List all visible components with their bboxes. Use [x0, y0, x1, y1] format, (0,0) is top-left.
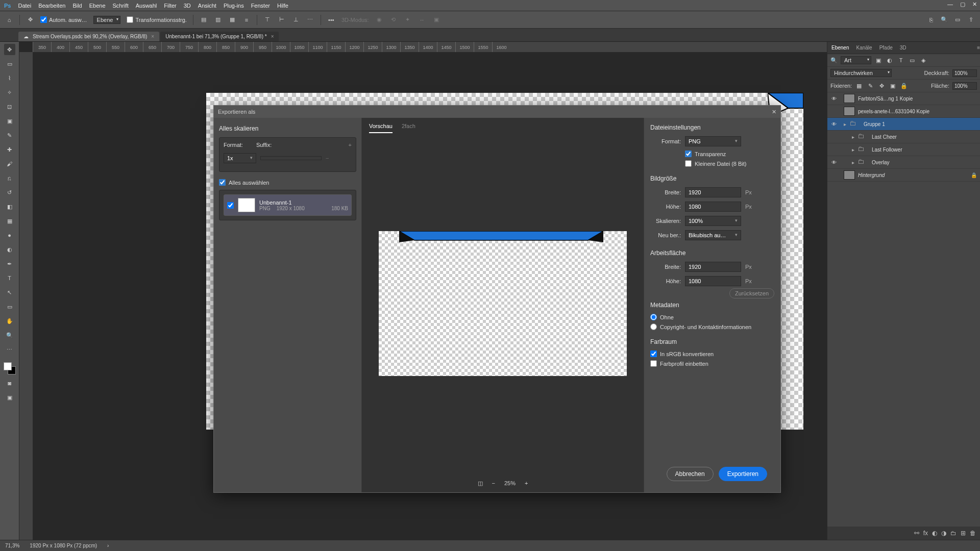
- hand-tool[interactable]: ✋: [4, 315, 15, 327]
- fill-input[interactable]: [952, 82, 977, 90]
- menu-item[interactable]: Hilfe: [277, 3, 288, 9]
- filter-type-icon[interactable]: T: [897, 56, 905, 64]
- gradient-tool[interactable]: ▦: [4, 215, 15, 227]
- eraser-tool[interactable]: ◧: [4, 201, 15, 212]
- frame-tool[interactable]: ▣: [4, 115, 15, 127]
- layer-row[interactable]: 👁▸🗀Overlay: [827, 156, 980, 169]
- crop-tool[interactable]: ⊡: [4, 101, 15, 112]
- history-brush-tool[interactable]: ↺: [4, 187, 15, 198]
- visibility-icon[interactable]: [830, 146, 838, 153]
- heal-tool[interactable]: ✚: [4, 144, 15, 155]
- add-row-icon[interactable]: +: [349, 142, 352, 148]
- layer-row[interactable]: Hintergrund🔒: [827, 169, 980, 182]
- move-tool[interactable]: ✥: [4, 44, 15, 55]
- chevron-right-icon[interactable]: ›: [107, 543, 109, 548]
- canvas-width-input[interactable]: 1920: [685, 262, 741, 272]
- visibility-icon[interactable]: 👁: [830, 95, 838, 102]
- layer-row[interactable]: pexels-anete-l…6331040 Kopie: [827, 105, 980, 118]
- align-bot-icon[interactable]: ⊥: [292, 16, 300, 24]
- asset-item[interactable]: Unbenannt-1 PNG 980 x 551 180 KB: [224, 194, 352, 216]
- opacity-input[interactable]: [952, 69, 977, 77]
- visibility-icon[interactable]: 👁: [830, 159, 838, 166]
- more-align-icon[interactable]: ⋯: [306, 16, 314, 24]
- align-left-icon[interactable]: ▤: [200, 16, 208, 24]
- filter-type-select[interactable]: Art: [841, 56, 871, 64]
- scale-select[interactable]: 100%: [685, 216, 741, 226]
- menu-item[interactable]: Datei: [18, 3, 31, 9]
- srgb-check[interactable]: [650, 350, 657, 357]
- menu-item[interactable]: Fenster: [251, 3, 270, 9]
- search-icon[interactable]: 🔍: [940, 16, 948, 24]
- zoom-out-icon[interactable]: −: [492, 480, 495, 486]
- new-layer-icon[interactable]: ⊞: [961, 530, 966, 537]
- filter-smart-icon[interactable]: ◈: [919, 56, 927, 64]
- lock-nest-icon[interactable]: ▣: [889, 82, 897, 90]
- 3d-icon[interactable]: ▣: [432, 16, 440, 24]
- lock-pixels-icon[interactable]: ▦: [855, 82, 863, 90]
- group-icon[interactable]: 🗀: [950, 530, 957, 537]
- menu-item[interactable]: Plug-ins: [224, 3, 244, 9]
- stamp-tool[interactable]: ⎌: [4, 172, 15, 184]
- 3d-icon[interactable]: ✦: [404, 16, 412, 24]
- layer-row[interactable]: ▸🗀Last Cheer: [827, 131, 980, 143]
- filter-adj-icon[interactable]: ◐: [886, 56, 894, 64]
- export-button[interactable]: Exportieren: [719, 467, 767, 481]
- workspace-icon[interactable]: ▭: [953, 16, 962, 24]
- close-tab-icon[interactable]: ×: [151, 34, 154, 39]
- wand-tool[interactable]: ✧: [4, 87, 15, 98]
- maximize-icon[interactable]: ▢: [960, 1, 965, 8]
- panel-tab-layers[interactable]: Ebenen: [831, 45, 849, 51]
- height-input[interactable]: 1080: [685, 202, 741, 212]
- visibility-icon[interactable]: [830, 108, 838, 115]
- brush-tool[interactable]: 🖌: [4, 158, 15, 169]
- chevron-right-icon[interactable]: ▸: [852, 160, 854, 165]
- preview-tab[interactable]: Vorschau: [369, 123, 393, 133]
- dodge-tool[interactable]: ◐: [4, 244, 15, 255]
- preview-area[interactable]: [367, 137, 639, 470]
- overflow-icon[interactable]: •••: [327, 16, 335, 24]
- 3d-icon[interactable]: ⟲: [389, 16, 398, 24]
- transform-check[interactable]: Transformationsstrg.: [127, 16, 186, 23]
- layer-row[interactable]: 👁Farbton/Sä…ng 1 Kopie: [827, 92, 980, 105]
- visibility-icon[interactable]: [830, 133, 838, 140]
- menu-item[interactable]: Auswahl: [136, 3, 157, 9]
- close-tab-icon[interactable]: ×: [271, 34, 274, 39]
- link-layers-icon[interactable]: ⚯: [914, 530, 919, 537]
- delete-icon[interactable]: 🗑: [970, 530, 976, 537]
- edit-toolbar[interactable]: ⋯: [4, 344, 15, 355]
- smaller-file-check[interactable]: [685, 160, 692, 167]
- align-right-icon[interactable]: ▦: [228, 16, 236, 24]
- zoom-level[interactable]: 71,3%: [5, 543, 19, 548]
- select-all-check[interactable]: [219, 179, 226, 186]
- visibility-icon[interactable]: [830, 171, 838, 179]
- shape-tool[interactable]: ▭: [4, 301, 15, 312]
- menu-item[interactable]: Filter: [164, 3, 176, 9]
- lock-icon[interactable]: 🔒: [971, 172, 977, 178]
- menu-item[interactable]: Bearbeiten: [38, 3, 65, 9]
- doc-info[interactable]: 1920 Px x 1080 Px (72 ppcm): [30, 543, 97, 548]
- align-top-icon[interactable]: ⊤: [263, 16, 272, 24]
- home-icon[interactable]: ⌂: [5, 16, 13, 24]
- distribute-icon[interactable]: ≡: [242, 16, 251, 24]
- size-select[interactable]: 1x: [224, 153, 256, 163]
- zoom-tool[interactable]: 🔍: [4, 330, 15, 341]
- lock-paint-icon[interactable]: ✎: [866, 82, 874, 90]
- pen-tool[interactable]: ✒: [4, 258, 15, 269]
- layer-row[interactable]: 👁▸🗀Gruppe 1: [827, 118, 980, 131]
- panel-tab-3d[interactable]: 3D: [900, 45, 906, 51]
- blur-tool[interactable]: ●: [4, 230, 15, 241]
- cancel-button[interactable]: Abbrechen: [667, 467, 714, 481]
- width-input[interactable]: 1920: [685, 187, 741, 197]
- search-icon[interactable]: 🔍: [830, 57, 838, 64]
- metadata-copyright-radio[interactable]: [650, 323, 657, 330]
- minimize-icon[interactable]: —: [947, 1, 953, 8]
- close-icon[interactable]: ✕: [972, 1, 977, 8]
- menu-item[interactable]: 3D: [184, 3, 191, 9]
- panel-menu-icon[interactable]: ≡: [977, 45, 980, 51]
- crop-icon[interactable]: ◫: [478, 480, 483, 487]
- fx-icon[interactable]: fx: [923, 530, 928, 537]
- color-swatch[interactable]: [4, 362, 16, 374]
- eyedropper-tool[interactable]: ✎: [4, 130, 15, 141]
- mask-icon[interactable]: ◐: [932, 530, 937, 537]
- document-tab[interactable]: Unbenannt-1 bei 71,3% (Gruppe 1, RGB/8) …: [160, 32, 279, 41]
